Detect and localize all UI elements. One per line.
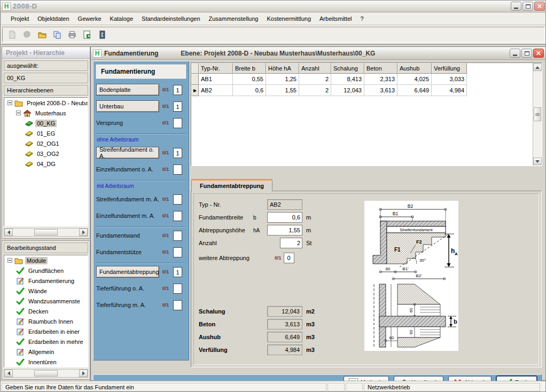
column-header-breiteb[interactable]: Breite b — [233, 63, 266, 74]
column-header-beton[interactable]: Beton — [364, 63, 397, 74]
scroll-left-button[interactable] — [4, 370, 13, 377]
column-header-hheha[interactable]: Höhe hA — [266, 63, 299, 74]
tree-item-w-nde[interactable]: Wände — [4, 286, 88, 296]
menu-item-arbeitsmittel[interactable]: Arbeitsmittel — [315, 14, 356, 23]
quantity-box[interactable]: 1 — [173, 85, 182, 95]
copy-button[interactable] — [52, 29, 63, 40]
quantity-box[interactable] — [173, 247, 182, 257]
module-button-unterbau[interactable]: Unterbau — [96, 100, 159, 112]
table-cell[interactable]: 12,043 — [331, 85, 364, 96]
export-button[interactable] — [82, 29, 92, 40]
close-button[interactable]: ✕ — [534, 2, 545, 11]
quantity-box[interactable] — [173, 300, 182, 310]
table-cell[interactable]: 8,413 — [331, 74, 364, 85]
column-header-verfllung[interactable]: Verfüllung — [432, 63, 467, 74]
tree-item-00_kg[interactable]: 00_KG — [4, 118, 88, 128]
vertical-scrollbar[interactable] — [533, 63, 542, 166]
menu-item-projekt[interactable]: Projekt — [6, 14, 33, 23]
menu-item-zusammenstellung[interactable]: Zusammenstellung — [205, 14, 263, 23]
table-row[interactable]: AB10,551,2528,4132,3134,0253,033 — [191, 74, 533, 85]
scroll-right-button[interactable] — [79, 229, 88, 236]
close-button[interactable]: ✕ — [533, 49, 544, 58]
field-input-fundamentbreite[interactable] — [267, 212, 302, 223]
table-cell[interactable]: 3,613 — [364, 85, 397, 96]
tree-item-04_dg[interactable]: 04_DG — [4, 159, 88, 169]
maximize-button[interactable] — [521, 49, 532, 58]
tree-item-02_og1[interactable]: 02_OG1 — [4, 138, 88, 148]
scrollbar-thumb[interactable] — [34, 370, 58, 377]
scroll-right-button[interactable] — [79, 370, 88, 377]
quantity-box[interactable] — [173, 118, 182, 128]
column-header-schalung[interactable]: Schalung — [331, 63, 364, 74]
table-cell[interactable]: AB2 — [199, 85, 233, 96]
scroll-down-button[interactable] — [533, 158, 542, 165]
tree-item-03_og2[interactable]: 03_OG2 — [4, 148, 88, 159]
table-cell[interactable]: 4,025 — [397, 74, 432, 85]
module-button-streifenfundament-o--a-[interactable]: Streifenfundament o. A. — [96, 147, 159, 159]
print-button[interactable] — [67, 29, 77, 40]
module-button-fundamentabtreppung[interactable]: Fundamentabtreppung — [96, 266, 159, 278]
table-cell[interactable]: 4,984 — [432, 85, 467, 96]
tab-fundamentabtreppung[interactable]: Fundamentabtreppung — [191, 179, 272, 191]
menu-item-standardeinstellungen[interactable]: Standardeinstellungen — [137, 14, 204, 23]
tree-item-fundamentierung[interactable]: Fundamentierung — [4, 276, 88, 286]
tree-item-erdarbeiten-in-einer[interactable]: Erdarbeiten in einer — [4, 326, 88, 336]
table-cell[interactable]: 1,25 — [266, 74, 299, 85]
table-cell[interactable]: 2 — [299, 74, 331, 85]
tree-item-projekt-2008-d---neubau[interactable]: Projekt 2008-D - Neubau — [4, 98, 88, 108]
collapse-expander-icon[interactable] — [7, 258, 12, 263]
open-folder-button[interactable] — [37, 29, 48, 40]
horizontal-scrollbar[interactable] — [4, 228, 88, 237]
tree-item-erdarbeiten-in-mehre[interactable]: Erdarbeiten in mehre — [4, 336, 88, 347]
tree-item-innent-ren[interactable]: Innentüren — [4, 357, 88, 367]
scroll-left-button[interactable] — [4, 229, 13, 236]
table-cell[interactable]: AB1 — [199, 74, 233, 85]
table-cell[interactable]: 0,6 — [233, 85, 266, 96]
quantity-box[interactable] — [173, 164, 182, 175]
column-header-aushub[interactable]: Aushub — [397, 63, 432, 74]
tree-item-wandzusammenste[interactable]: Wandzusammenste — [4, 296, 88, 306]
quantity-box[interactable] — [173, 194, 182, 205]
minimize-button[interactable] — [510, 49, 520, 58]
tree-item-musterhaus[interactable]: Musterhaus — [4, 108, 88, 118]
column-header-anzahl[interactable]: Anzahl — [299, 63, 331, 74]
quantity-box[interactable] — [173, 211, 182, 221]
table-cell[interactable]: 2,313 — [364, 74, 397, 85]
horizontal-scrollbar[interactable] — [4, 369, 88, 378]
table-cell[interactable]: 3,033 — [432, 74, 467, 85]
minimize-button[interactable] — [511, 2, 521, 11]
quantity-box[interactable] — [173, 284, 182, 294]
tree-item-module[interactable]: Module — [4, 255, 88, 265]
module-button-bodenplatte[interactable]: Bodenplatte — [96, 84, 159, 96]
tree-item-01_eg[interactable]: 01_EG — [4, 128, 88, 138]
weitere-abtreppung-input[interactable] — [284, 253, 294, 263]
table-cell[interactable]: 0,55 — [233, 74, 266, 85]
exit-button[interactable] — [97, 29, 107, 40]
tree-item-raumbuch-innen[interactable]: Raumbuch Innen — [4, 316, 88, 326]
menu-item-?[interactable]: ? — [356, 14, 368, 23]
quantity-box[interactable] — [173, 231, 182, 241]
table-cell[interactable]: 6,649 — [397, 85, 432, 96]
tree-item-allgemein[interactable]: Allgemein — [4, 347, 88, 357]
menu-item-objektdaten[interactable]: Objektdaten — [33, 14, 73, 23]
column-header-typnr[interactable]: Typ-Nr. — [199, 63, 233, 74]
menu-item-kataloge[interactable]: Kataloge — [106, 14, 137, 23]
field-input-abtreppungsh-he[interactable] — [267, 225, 302, 236]
tree-item-decken[interactable]: Decken — [4, 306, 88, 316]
scroll-up-button[interactable] — [533, 64, 542, 71]
field-input-anzahl[interactable] — [280, 238, 302, 248]
quantity-box[interactable]: 1 — [173, 101, 182, 112]
table-cell[interactable]: 1,55 — [266, 85, 299, 96]
tree-item-grundfl-chen[interactable]: Grundflächen — [4, 265, 88, 276]
table-cell[interactable]: 2 — [299, 85, 331, 96]
collapse-expander-icon[interactable] — [7, 100, 12, 105]
collapse-expander-icon[interactable] — [16, 111, 21, 115]
scrollbar-thumb[interactable] — [34, 229, 58, 236]
table-row[interactable]: ▶AB20,61,55212,0433,6136,6494,984 — [191, 85, 533, 96]
scrollbar-thumb[interactable] — [534, 107, 541, 121]
quantity-box[interactable]: 1 — [173, 148, 182, 158]
menu-item-kostenermittlung[interactable]: Kostenermittlung — [262, 14, 315, 23]
quantity-box[interactable]: 1 — [173, 267, 182, 277]
restore-button[interactable] — [522, 2, 533, 11]
menu-item-gewerke[interactable]: Gewerke — [74, 14, 106, 23]
